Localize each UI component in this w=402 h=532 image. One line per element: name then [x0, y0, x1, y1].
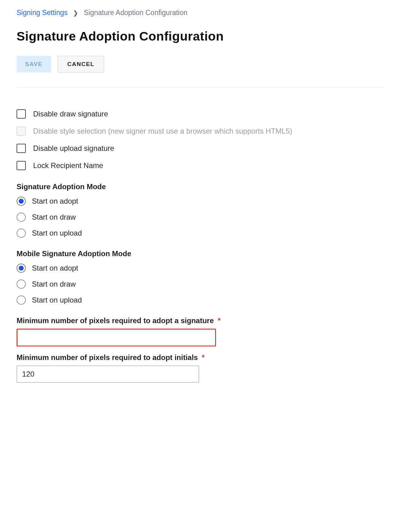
checkbox-disable-draw[interactable] — [17, 109, 26, 119]
label-text-min-pixels-signature: Minimum number of pixels required to ado… — [17, 316, 214, 325]
checkbox-group: Disable draw signature Disable style sel… — [17, 109, 385, 170]
checkbox-lock-recipient[interactable] — [17, 161, 26, 170]
radio-label-sig-draw: Start on draw — [32, 213, 76, 221]
checkbox-label-lock-recipient: Lock Recipient Name — [33, 161, 103, 170]
radio-label-mob-adopt: Start on adopt — [32, 264, 78, 272]
section-divider — [17, 87, 385, 88]
checkbox-row-disable-draw: Disable draw signature — [17, 109, 385, 119]
breadcrumb-parent-link[interactable]: Signing Settings — [17, 9, 68, 17]
label-min-pixels-signature: Minimum number of pixels required to ado… — [17, 316, 385, 325]
checkbox-disable-style — [17, 127, 26, 136]
breadcrumb: Signing Settings ❯ Signature Adoption Co… — [17, 9, 385, 17]
label-min-pixels-initials: Minimum number of pixels required to ado… — [17, 353, 385, 362]
radio-row-mob-adopt: Start on adopt — [17, 264, 385, 273]
action-button-row: SAVE CANCEL — [17, 56, 385, 72]
checkbox-label-disable-style: Disable style selection (new signer must… — [33, 127, 292, 135]
required-marker: * — [218, 316, 220, 325]
heading-mobile-mode: Mobile Signature Adoption Mode — [17, 249, 385, 258]
input-min-pixels-signature[interactable] — [17, 329, 216, 346]
radio-label-mob-upload: Start on upload — [32, 296, 82, 304]
label-text-min-pixels-initials: Minimum number of pixels required to ado… — [17, 353, 198, 362]
radio-sig-adopt[interactable] — [17, 197, 26, 206]
cancel-button[interactable]: CANCEL — [58, 56, 104, 72]
checkbox-disable-upload[interactable] — [17, 144, 26, 153]
heading-signature-mode: Signature Adoption Mode — [17, 182, 385, 191]
page-title: Signature Adoption Configuration — [17, 29, 385, 44]
radio-row-sig-draw: Start on draw — [17, 213, 385, 222]
save-button[interactable]: SAVE — [17, 56, 51, 72]
checkbox-label-disable-draw: Disable draw signature — [33, 110, 108, 118]
checkbox-row-disable-upload: Disable upload signature — [17, 144, 385, 153]
radio-mob-draw[interactable] — [17, 280, 26, 289]
radio-mob-upload[interactable] — [17, 295, 26, 305]
required-marker: * — [202, 353, 204, 362]
radio-label-sig-upload: Start on upload — [32, 229, 82, 237]
chevron-right-icon: ❯ — [73, 9, 78, 17]
checkbox-label-disable-upload: Disable upload signature — [33, 144, 114, 153]
radio-row-sig-upload: Start on upload — [17, 229, 385, 238]
radio-mob-adopt[interactable] — [17, 264, 26, 273]
radio-sig-upload[interactable] — [17, 229, 26, 238]
radio-row-mob-draw: Start on draw — [17, 280, 385, 289]
checkbox-row-lock-recipient: Lock Recipient Name — [17, 161, 385, 170]
radio-group-signature-mode: Start on adopt Start on draw Start on up… — [17, 197, 385, 238]
radio-group-mobile-mode: Start on adopt Start on draw Start on up… — [17, 264, 385, 305]
checkbox-row-disable-style: Disable style selection (new signer must… — [17, 127, 385, 136]
page-container: Signing Settings ❯ Signature Adoption Co… — [0, 0, 402, 532]
breadcrumb-current: Signature Adoption Configuration — [84, 9, 187, 17]
radio-label-sig-adopt: Start on adopt — [32, 197, 78, 205]
input-min-pixels-initials[interactable] — [17, 366, 199, 383]
radio-row-sig-adopt: Start on adopt — [17, 197, 385, 206]
radio-row-mob-upload: Start on upload — [17, 295, 385, 305]
radio-label-mob-draw: Start on draw — [32, 280, 76, 288]
radio-sig-draw[interactable] — [17, 213, 26, 222]
